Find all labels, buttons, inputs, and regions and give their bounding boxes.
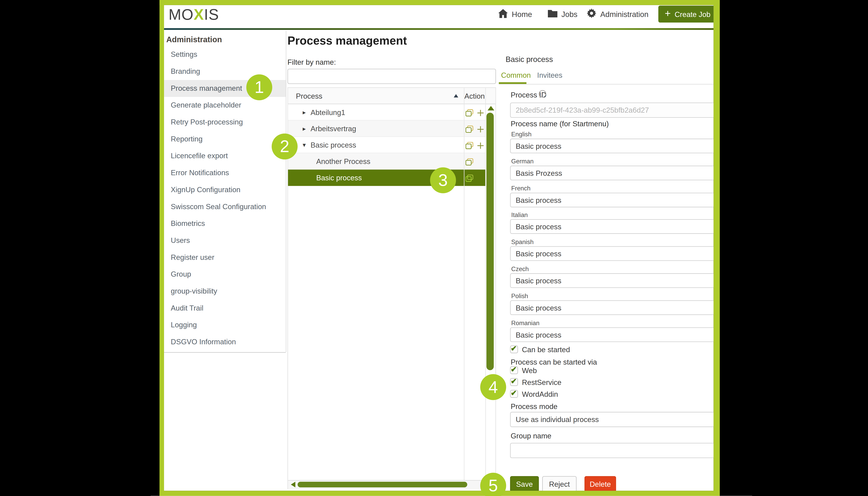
annotation-badge-4: 4 [480,374,506,400]
process-name-romanian-field[interactable]: Basic process [510,327,714,342]
add-subprocess-icon[interactable] [477,141,484,149]
folder-icon [548,9,558,19]
filter-label: Filter by name: [288,58,336,66]
process-id-field[interactable]: 2b8ed5cf-219f-423a-ab99-c25bfb2a6d27 [510,103,714,118]
process-name: Basic process [311,137,356,153]
copy-icon[interactable] [466,141,474,149]
sidebar-item-settings[interactable]: Settings [164,46,286,63]
add-subprocess-icon[interactable] [477,125,484,133]
logo-x-icon: X [193,6,204,23]
table-row-arbeitsvertrag[interactable]: ▸ Arbeitsvertrag [288,121,485,137]
nav-item-administration[interactable]: Administration [587,8,649,20]
scroll-up-icon[interactable] [487,106,494,110]
process-name-section-label: Process name (for Startmenu) [511,119,609,128]
copy-icon[interactable] [466,158,474,165]
process-mode-label: Process mode [511,402,557,411]
frame-border-top [159,0,720,5]
process-name-czech-field[interactable]: Basic process [510,273,714,288]
sidebar-item-retry-post-processing[interactable]: Retry Post-processing [164,114,286,131]
sidebar-item-logging[interactable]: Logging [164,317,286,334]
table-row-abteilung1[interactable]: ▸ Abteilung1 [288,104,485,121]
wordaddin-label: WordAddin [522,390,558,398]
tab-common[interactable]: Common [501,71,531,79]
table-row-basic-process[interactable]: ▾ Basic process [288,137,485,153]
tab-divider [499,84,713,84]
sidebar-item-generate-placeholder[interactable]: Generate placeholder [164,97,286,114]
nav-item-home[interactable]: Home [498,8,532,20]
vertical-scrollbar-thumb[interactable] [486,113,494,370]
sidebar-item-biometrics[interactable]: Biometrics [164,215,286,232]
filter-by-name-input[interactable] [288,69,496,84]
page-title: Process management [288,34,407,47]
sidebar-title: Administration [166,33,284,46]
save-button[interactable]: Save [510,476,539,491]
restservice-checkbox[interactable]: ✔ [510,378,518,386]
process-mode-select[interactable]: Use as individual process [510,412,714,427]
language-label-english: English [511,131,531,138]
nav-item-label: Jobs [561,10,577,18]
sidebar-item-group-visibility[interactable]: group-visibility [164,283,286,300]
column-divider [464,88,464,480]
reject-button[interactable]: Reject [542,476,576,491]
annotation-badge-1: 1 [246,74,272,100]
scroll-left-icon[interactable] [291,482,295,487]
group-name-field[interactable] [510,443,714,458]
wordaddin-checkbox[interactable]: ✔ [510,390,518,398]
copy-icon[interactable] [466,125,474,133]
sidebar-item-swisscom-seal-configuration[interactable]: Swisscom Seal Configuration [164,198,286,215]
create-job-label: Create Job [675,10,711,18]
process-name-polish-field[interactable]: Basic process [510,300,714,315]
sidebar-item-dsgvo-information[interactable]: DSGVO Information [164,334,286,351]
sidebar-item-users[interactable]: Users [164,232,286,249]
column-header-process[interactable]: Process [296,88,322,104]
sidebar-item-group[interactable]: Group [164,266,286,283]
annotation-badge-3: 3 [430,167,456,193]
checkmark-icon: ✔ [511,389,517,397]
gear-icon [587,9,596,20]
moxis-logo: MOXIS [169,6,219,24]
checkmark-icon: ✔ [511,344,517,353]
process-name-spanish-field[interactable]: Basic process [510,246,714,261]
create-job-button[interactable]: + Create Job [658,6,714,23]
language-label-polish: Polish [511,292,528,299]
add-subprocess-icon[interactable] [477,109,484,116]
sidebar-item-audit-trail[interactable]: Audit Trail [164,300,286,317]
process-name-italian-field[interactable]: Basic process [510,219,714,234]
annotation-badge-2: 2 [272,134,298,159]
tab-invitees[interactable]: Invitees [537,71,562,79]
logo-text: IS [204,6,219,23]
table-row-another-process[interactable]: Another Process [288,153,485,170]
process-name-english-field[interactable]: Basic process [510,139,714,153]
checkmark-icon: ✔ [511,365,517,374]
sidebar-item-licencefile-export[interactable]: Licencefile export [164,148,286,165]
sidebar-item-register-user[interactable]: Register user [164,249,286,266]
group-name-label: Group name [511,432,551,440]
column-header-action: Action [464,88,485,104]
info-icon[interactable]: i [539,90,546,97]
expand-expanded-icon[interactable]: ▾ [303,137,306,153]
expand-collapsed-icon[interactable]: ▸ [303,121,306,137]
frame-border-right [713,0,719,496]
plus-icon: + [665,9,671,18]
sidebar-item-error-notifications[interactable]: Error Notifications [164,165,286,182]
horizontal-scrollbar-thumb[interactable] [298,482,467,487]
delete-button[interactable]: Delete [585,476,616,491]
nav-item-label: Administration [600,10,648,18]
sidebar-vertical-divider [286,31,286,352]
started-via-section-label: Process can be started via [511,358,597,366]
sort-ascending-icon[interactable] [454,94,458,97]
frame-border-left [159,0,164,496]
sidebar-item-xignup-configuration[interactable]: XignUp Configuration [164,182,286,199]
can-be-started-checkbox[interactable]: ✔ [510,345,518,353]
web-checkbox[interactable]: ✔ [510,366,518,374]
process-name-french-field[interactable]: Basic process [510,193,714,207]
home-icon [498,9,508,19]
expand-collapsed-icon[interactable]: ▸ [303,104,306,121]
language-label-romanian: Romanian [511,320,539,326]
sidebar-item-reporting[interactable]: Reporting [164,131,286,148]
copy-icon[interactable] [466,174,474,181]
can-be-started-label: Can be started [522,345,570,354]
process-name-german-field[interactable]: Basis Prozess [510,166,714,180]
nav-item-jobs[interactable]: Jobs [548,8,577,20]
copy-icon[interactable] [466,109,474,116]
